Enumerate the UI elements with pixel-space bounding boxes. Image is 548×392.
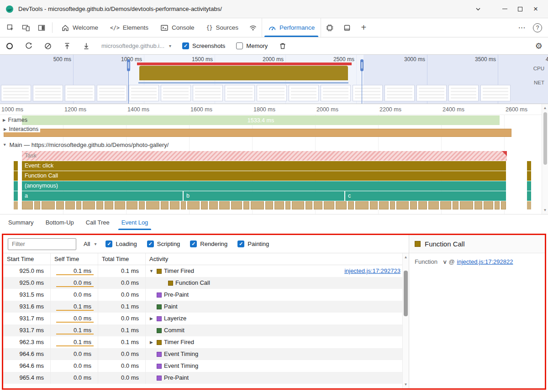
- event-log-row[interactable]: 925.0 ms0.0 ms0.0 msFunction Call: [3, 277, 409, 289]
- flame-segment[interactable]: [105, 201, 113, 209]
- flame-bar-task[interactable]: Task: [22, 151, 507, 161]
- main-track-toggle[interactable]: ▼ Main — https://microsoftedge.github.io…: [0, 139, 169, 151]
- screenshot-thumbnail[interactable]: [257, 85, 287, 101]
- checkbox-checked-icon[interactable]: ✓: [147, 240, 154, 247]
- window-maximize-button[interactable]: [512, 2, 528, 16]
- flame-segment[interactable]: [418, 201, 427, 209]
- screenshot-thumbnail[interactable]: [480, 85, 511, 101]
- flame-segment[interactable]: [336, 201, 347, 209]
- event-log-row[interactable]: 965.4 ms0.0 ms0.0 msPre-Paint: [3, 372, 409, 384]
- reload-and-record-button[interactable]: [25, 42, 33, 50]
- tab-memory[interactable]: [321, 18, 338, 37]
- dock-side-button[interactable]: [34, 18, 49, 37]
- tab-application[interactable]: [338, 18, 356, 37]
- flame-segment[interactable]: [274, 201, 284, 209]
- flame-segment[interactable]: [22, 201, 33, 209]
- flame-remnant[interactable]: [527, 181, 531, 191]
- screenshot-thumbnail[interactable]: [33, 85, 63, 101]
- screenshot-thumbnail[interactable]: [353, 85, 383, 101]
- flame-bar-a[interactable]: a: [22, 191, 183, 201]
- flame-segment[interactable]: [34, 201, 40, 209]
- event-log-row[interactable]: 962.3 ms0.1 ms0.1 ms▶Timer Fired: [3, 336, 409, 348]
- tab-bottom-up[interactable]: Bottom-Up: [40, 214, 80, 230]
- expander-icon[interactable]: ▼: [148, 265, 154, 277]
- add-tab-button[interactable]: +: [356, 18, 371, 37]
- tab-welcome[interactable]: Welcome: [55, 18, 104, 37]
- flame-segment[interactable]: [453, 201, 458, 209]
- expander-icon[interactable]: ▶: [148, 313, 154, 324]
- flame-segment[interactable]: [460, 201, 473, 209]
- flame-segment[interactable]: [56, 201, 64, 209]
- flame-remnant[interactable]: [527, 191, 531, 201]
- flame-bar-c[interactable]: c: [345, 191, 506, 201]
- screenshot-thumbnail[interactable]: [161, 85, 191, 101]
- filter-checkbox-painting[interactable]: ✓Painting: [237, 240, 269, 247]
- flame-remnant[interactable]: [14, 201, 18, 209]
- flame-segment[interactable]: [96, 201, 103, 209]
- flame-segment[interactable]: [146, 201, 159, 209]
- flame-remnant[interactable]: [527, 201, 531, 209]
- tab-performance[interactable]: Performance: [262, 18, 321, 37]
- save-profile-button[interactable]: [82, 42, 90, 50]
- screenshot-thumbnail[interactable]: [321, 85, 351, 101]
- scroll-thumb[interactable]: [404, 271, 408, 316]
- scroll-down-icon[interactable]: ▼: [403, 382, 409, 387]
- profile-select-dropdown[interactable]: microsoftedge.github.i... ▾: [101, 42, 171, 49]
- flame-segment[interactable]: [170, 201, 179, 209]
- checkbox-unchecked-icon[interactable]: [236, 42, 243, 49]
- tab-elements[interactable]: </> Elements: [104, 18, 154, 37]
- column-header-total-time[interactable]: Total Time: [98, 253, 146, 265]
- checkbox-checked-icon[interactable]: ✓: [237, 240, 244, 247]
- more-options-icon[interactable]: ⋯: [514, 23, 530, 32]
- flame-segment[interactable]: [265, 201, 273, 209]
- screenshot-thumbnail[interactable]: [129, 85, 159, 101]
- tab-event-log[interactable]: Event Log: [116, 214, 154, 230]
- column-header-self-time[interactable]: Self Time: [51, 253, 98, 265]
- scroll-up-icon[interactable]: ▲: [403, 255, 409, 259]
- screenshot-thumbnail[interactable]: [193, 85, 223, 101]
- tab-summary[interactable]: Summary: [2, 214, 40, 230]
- flame-segment[interactable]: [139, 201, 145, 209]
- flame-segment[interactable]: [440, 201, 451, 209]
- flame-chart[interactable]: Task Event: click Function Call (anonymo…: [0, 151, 542, 211]
- selection-handle-left[interactable]: [127, 59, 130, 71]
- flame-segment[interactable]: [76, 201, 81, 209]
- screenshot-thumbnail[interactable]: [65, 85, 95, 101]
- flame-bar-event-click[interactable]: Event: click: [22, 161, 506, 171]
- flame-segment[interactable]: [355, 201, 369, 209]
- checkbox-checked-icon[interactable]: ✓: [182, 42, 189, 49]
- flame-segment[interactable]: [161, 201, 169, 209]
- frame-bar[interactable]: 1533.4 ms: [22, 115, 500, 125]
- help-button[interactable]: ?: [530, 23, 545, 32]
- record-button[interactable]: [5, 42, 14, 50]
- flame-segment[interactable]: [379, 201, 389, 209]
- selection-handle-right[interactable]: [360, 59, 364, 71]
- flame-segment[interactable]: [396, 201, 409, 209]
- event-log-row[interactable]: 931.5 ms0.0 ms0.0 msPre-Paint: [3, 289, 409, 301]
- column-header-activity[interactable]: Activity: [146, 253, 409, 265]
- timeline-scrollbar[interactable]: ▲ ▼: [542, 104, 548, 214]
- inspect-element-button[interactable]: [3, 18, 18, 37]
- flame-remnant[interactable]: [527, 171, 531, 181]
- flame-segment[interactable]: [209, 201, 218, 209]
- function-source-link[interactable]: injected.js:17:292822: [457, 258, 513, 265]
- event-log-row[interactable]: 964.6 ms0.0 ms0.0 msEvent Timing: [3, 348, 409, 360]
- expander-icon[interactable]: ▶: [148, 336, 154, 348]
- flame-segment[interactable]: [126, 201, 137, 209]
- filter-checkbox-rendering[interactable]: ✓Rendering: [190, 240, 227, 247]
- screenshot-thumbnail[interactable]: [289, 85, 319, 101]
- screenshot-thumbnail[interactable]: [385, 85, 415, 101]
- scroll-thumb[interactable]: [543, 112, 547, 165]
- flame-segment[interactable]: [501, 201, 506, 209]
- table-scrollbar[interactable]: ▲ ▼: [402, 253, 409, 388]
- scroll-up-icon[interactable]: ▲: [542, 106, 548, 110]
- tab-sources[interactable]: {} Sources: [200, 18, 244, 37]
- load-profile-button[interactable]: [63, 42, 71, 50]
- flame-segment[interactable]: [306, 201, 312, 209]
- flame-segment[interactable]: [201, 201, 208, 209]
- delete-recording-button[interactable]: [279, 42, 287, 50]
- flame-remnant[interactable]: [14, 161, 18, 171]
- event-log-row[interactable]: 925.0 ms0.1 ms0.1 ms▼Timer Firedinjected…: [3, 265, 409, 277]
- flame-segment[interactable]: [231, 201, 242, 209]
- event-log-row[interactable]: 931.7 ms0.0 ms0.0 ms▶Layerize: [3, 313, 409, 324]
